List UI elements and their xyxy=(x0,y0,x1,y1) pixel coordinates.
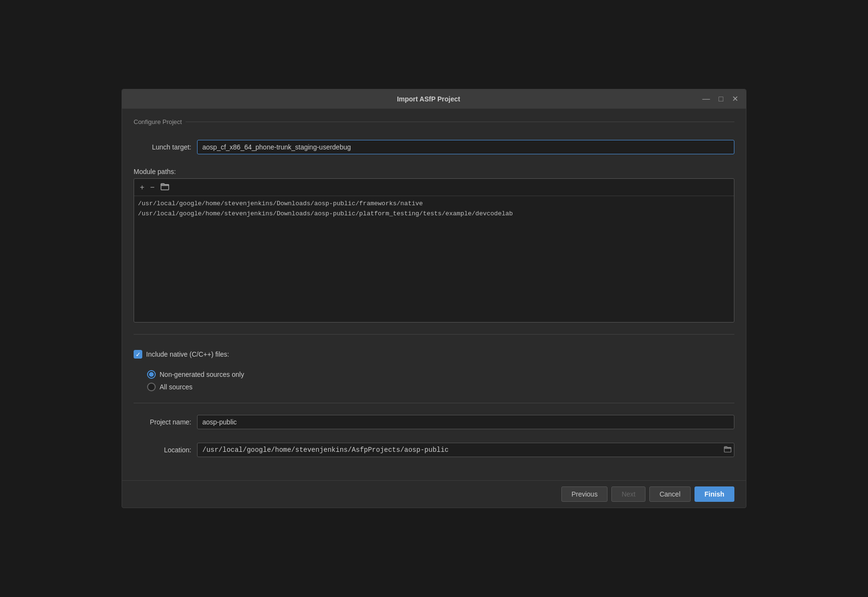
title-bar: Import ASfP Project — □ ✕ xyxy=(122,89,746,109)
module-paths-toolbar: + − xyxy=(134,179,734,196)
next-button: Next xyxy=(611,486,645,502)
module-paths-list: /usr/local/google/home/stevenjenkins/Dow… xyxy=(134,196,734,322)
checkmark-icon: ✓ xyxy=(136,351,141,358)
cancel-button[interactable]: Cancel xyxy=(649,486,691,502)
module-paths-label: Module paths: xyxy=(134,168,734,175)
previous-button[interactable]: Previous xyxy=(561,486,608,502)
window-controls: — □ ✕ xyxy=(700,94,740,104)
radio-row-all: All sources xyxy=(147,383,734,391)
close-button[interactable]: ✕ xyxy=(730,94,740,104)
list-item: /usr/local/google/home/stevenjenkins/Dow… xyxy=(138,209,730,218)
section-divider xyxy=(186,122,734,122)
lunch-target-row: Lunch target: xyxy=(134,140,734,154)
module-paths-section: Module paths: + − /usr/local/google/home… xyxy=(134,168,734,323)
radio-non-generated[interactable] xyxy=(147,370,156,379)
radio-non-generated-label: Non-generated sources only xyxy=(160,371,244,378)
include-native-label: Include native (C/C++) files: xyxy=(146,350,229,358)
include-native-checkbox[interactable]: ✓ xyxy=(134,350,142,359)
section-header: Configure Project xyxy=(134,118,734,125)
project-name-label: Project name: xyxy=(134,418,191,426)
source-options-group: Non-generated sources only All sources xyxy=(147,370,734,391)
radio-all-sources[interactable] xyxy=(147,383,156,391)
divider-2 xyxy=(134,403,734,403)
location-label: Location: xyxy=(134,446,191,454)
lunch-target-input[interactable] xyxy=(197,140,734,154)
remove-path-button[interactable]: − xyxy=(148,183,156,192)
project-name-input[interactable] xyxy=(197,415,734,429)
browse-path-button[interactable] xyxy=(159,182,171,193)
add-path-button[interactable]: + xyxy=(138,183,146,192)
include-native-row: ✓ Include native (C/C++) files: xyxy=(134,350,734,359)
location-input-wrapper xyxy=(197,443,734,457)
import-dialog: Import ASfP Project — □ ✕ Configure Proj… xyxy=(122,89,746,508)
finish-button[interactable]: Finish xyxy=(694,486,734,502)
minimize-button[interactable]: — xyxy=(700,94,712,104)
lunch-target-label: Lunch target: xyxy=(134,143,191,151)
dialog-title: Import ASfP Project xyxy=(157,95,700,103)
maximize-button[interactable]: □ xyxy=(717,94,725,104)
radio-all-sources-label: All sources xyxy=(160,383,192,391)
project-name-row: Project name: xyxy=(134,415,734,429)
list-item: /usr/local/google/home/stevenjenkins/Dow… xyxy=(138,199,730,208)
divider xyxy=(134,334,734,335)
location-browse-button[interactable] xyxy=(724,446,732,454)
dialog-content: Configure Project Lunch target: Module p… xyxy=(122,109,746,480)
location-row: Location: xyxy=(134,443,734,457)
module-paths-box: + − /usr/local/google/home/stevenjenkins… xyxy=(134,178,734,323)
section-label: Configure Project xyxy=(134,118,182,125)
radio-row-nongenerared: Non-generated sources only xyxy=(147,370,734,379)
dialog-footer: Previous Next Cancel Finish xyxy=(122,480,746,508)
location-input[interactable] xyxy=(197,443,734,457)
